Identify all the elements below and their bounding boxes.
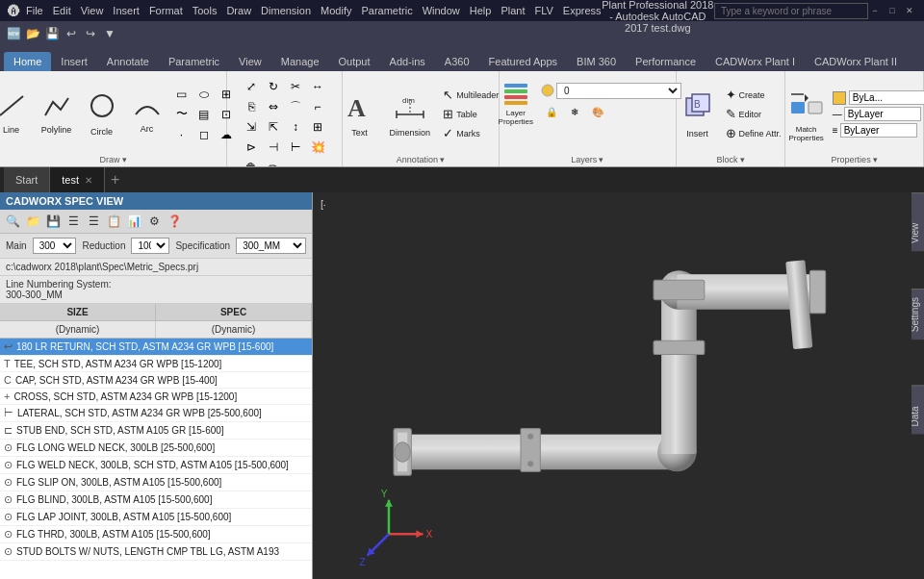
- tab-test-close[interactable]: ✕: [85, 175, 92, 186]
- pedit-button[interactable]: ✏: [263, 158, 284, 167]
- block-group-label[interactable]: Block ▾: [717, 153, 745, 164]
- layer-dropdown[interactable]: 0: [556, 83, 681, 99]
- menu-flv[interactable]: FLV: [534, 5, 552, 16]
- match-properties-button[interactable]: MatchProperties: [783, 82, 829, 147]
- circle-button[interactable]: Circle: [81, 82, 123, 147]
- trim-button[interactable]: ✂: [285, 77, 306, 96]
- parts-list-item[interactable]: ⊙FLG THRD, 300LB, ASTM A105 [15-500,600]: [0, 526, 312, 543]
- color-swatch[interactable]: [833, 91, 846, 105]
- tab-output[interactable]: Output: [329, 52, 380, 71]
- line-button[interactable]: Line: [0, 82, 33, 147]
- rectangle-button[interactable]: ▭: [171, 85, 192, 104]
- bylayer-input[interactable]: ByLa...: [849, 90, 924, 105]
- tab-add-ins[interactable]: Add-ins: [380, 52, 435, 71]
- mirror-button[interactable]: ⇔: [263, 97, 284, 116]
- menu-edit[interactable]: Edit: [53, 5, 71, 16]
- main-dropdown[interactable]: 300: [33, 238, 77, 254]
- lengthen-button[interactable]: ↕: [285, 117, 306, 137]
- tab-cadworx-plant-ii[interactable]: CADWorx Plant II: [805, 52, 907, 71]
- wipeout-button[interactable]: ◻: [193, 125, 215, 144]
- spec-list1-btn[interactable]: ☰: [64, 213, 82, 230]
- tab-home[interactable]: Home: [4, 52, 51, 71]
- tab-annotate[interactable]: Annotate: [97, 52, 159, 71]
- quick-redo-icon[interactable]: ↪: [81, 24, 100, 43]
- menu-dimension[interactable]: Dimension: [261, 5, 311, 16]
- menu-draw[interactable]: Draw: [226, 5, 251, 16]
- menu-parametric[interactable]: Parametric: [361, 5, 412, 16]
- tab-performance[interactable]: Performance: [626, 52, 706, 71]
- layer-off-button[interactable]: 🔒: [541, 103, 562, 122]
- stretch-button[interactable]: ⇱: [263, 117, 284, 137]
- draw-group-label[interactable]: Draw ▾: [100, 153, 127, 164]
- tab-parametric[interactable]: Parametric: [159, 52, 229, 71]
- quick-undo-icon[interactable]: ↩: [62, 24, 81, 43]
- quick-open-icon[interactable]: 📂: [23, 24, 42, 43]
- polyline-button[interactable]: Polyline: [36, 82, 78, 147]
- tab-start[interactable]: Start: [4, 167, 50, 192]
- search-input[interactable]: [714, 3, 868, 19]
- insert-button[interactable]: B Insert: [677, 82, 719, 147]
- tab-a360[interactable]: A360: [435, 52, 479, 71]
- menu-modify[interactable]: Modify: [321, 5, 351, 16]
- parts-list[interactable]: ↩180 LR RETURN, SCH STD, ASTM A234 GR WP…: [0, 339, 312, 579]
- maximize-button[interactable]: □: [886, 4, 899, 17]
- ellipse-button[interactable]: ⬭: [193, 85, 215, 104]
- menu-tools[interactable]: Tools: [192, 5, 218, 16]
- spec-chart-btn[interactable]: 📊: [125, 213, 142, 230]
- properties-group-label[interactable]: Properties ▾: [832, 153, 878, 164]
- rotate-button[interactable]: ↻: [263, 77, 284, 96]
- menu-file[interactable]: File: [26, 5, 43, 16]
- break-button[interactable]: ⊣: [263, 138, 284, 157]
- menu-view[interactable]: View: [81, 5, 104, 16]
- spec-save-btn[interactable]: 💾: [44, 213, 62, 230]
- menu-express[interactable]: Express: [563, 5, 602, 16]
- copy-button[interactable]: ⎘: [241, 97, 262, 116]
- layer-freeze-button[interactable]: ❄: [564, 103, 585, 122]
- parts-list-item[interactable]: TTEE, SCH STD, ASTM A234 GR WPB [15-1200…: [0, 356, 312, 372]
- parts-list-item[interactable]: ⊢LATERAL, SCH STD, ASTM A234 GR WPB [25-…: [0, 405, 312, 422]
- spec-search-btn[interactable]: 🔍: [4, 213, 21, 230]
- parts-list-item[interactable]: ↩180 LR RETURN, SCH STD, ASTM A234 GR WP…: [0, 339, 312, 356]
- close-button[interactable]: ✕: [903, 4, 916, 17]
- create-button[interactable]: ✦ Create: [722, 86, 785, 104]
- tab-featured-apps[interactable]: Featured Apps: [479, 52, 568, 71]
- define-attr-button[interactable]: ⊕ Define Attr.: [722, 124, 785, 142]
- lineweight-input[interactable]: ByLayer: [840, 123, 917, 138]
- quick-dropdown-icon[interactable]: ▼: [100, 24, 119, 43]
- tab-bim360[interactable]: BIM 360: [567, 52, 626, 71]
- explode-button[interactable]: 💥: [307, 138, 328, 157]
- menu-format[interactable]: Format: [149, 5, 183, 16]
- dimension-button[interactable]: dim Dimension: [384, 82, 437, 147]
- annotation-group-label[interactable]: Annotation ▾: [397, 153, 445, 164]
- quick-save-icon[interactable]: 💾: [42, 24, 62, 43]
- tab-cadworx-plant-i[interactable]: CADWorx Plant I: [706, 52, 805, 71]
- fillet-button[interactable]: ⌒: [285, 97, 306, 116]
- extend-button[interactable]: ↔: [307, 77, 328, 96]
- spec-settings-btn[interactable]: ⚙: [145, 213, 163, 230]
- linetype-input[interactable]: ByLayer: [844, 107, 921, 121]
- parts-list-item[interactable]: ⊙FLG BLIND, 300LB, ASTM A105 [15-500,600…: [0, 491, 312, 509]
- editor-button[interactable]: ✎ Editor: [722, 105, 785, 123]
- point-button[interactable]: ·: [171, 125, 192, 144]
- array-button[interactable]: ⊞: [307, 117, 328, 137]
- tab-test[interactable]: test ✕: [50, 167, 105, 192]
- parts-list-item[interactable]: ⊏STUB END, SCH STD, ASTM A105 GR [15-600…: [0, 422, 312, 440]
- spec-clipboard-btn[interactable]: 📋: [105, 213, 122, 230]
- parts-list-item[interactable]: CCAP, SCH STD, ASTM A234 GR WPB [15-400]: [0, 372, 312, 389]
- menu-help[interactable]: Help: [470, 5, 492, 16]
- offset-button[interactable]: ⊳: [241, 138, 262, 157]
- new-tab-button[interactable]: +: [105, 171, 125, 189]
- tab-insert[interactable]: Insert: [51, 52, 97, 71]
- spec-open-btn[interactable]: 📁: [24, 213, 41, 230]
- parts-list-item[interactable]: ⊙FLG WELD NECK, 300LB, SCH STD, ASTM A10…: [0, 457, 312, 474]
- move-button[interactable]: ⤢: [241, 77, 262, 96]
- scale-button[interactable]: ⇲: [241, 117, 262, 137]
- quick-new-icon[interactable]: 🆕: [4, 24, 23, 43]
- specification-dropdown[interactable]: 300_MM: [236, 238, 306, 254]
- menu-insert[interactable]: Insert: [113, 5, 140, 16]
- tab-manage[interactable]: Manage: [271, 52, 329, 71]
- parts-list-item[interactable]: ⊙FLG LONG WELD NECK, 300LB [25-500,600]: [0, 440, 312, 457]
- parts-list-item[interactable]: ⊙FLG SLIP ON, 300LB, ASTM A105 [15-500,6…: [0, 474, 312, 491]
- text-button[interactable]: A Text: [339, 82, 381, 147]
- parts-list-item[interactable]: ⊙STUD BOLTS W/ NUTS, LENGTH CMP TBL LG, …: [0, 543, 312, 561]
